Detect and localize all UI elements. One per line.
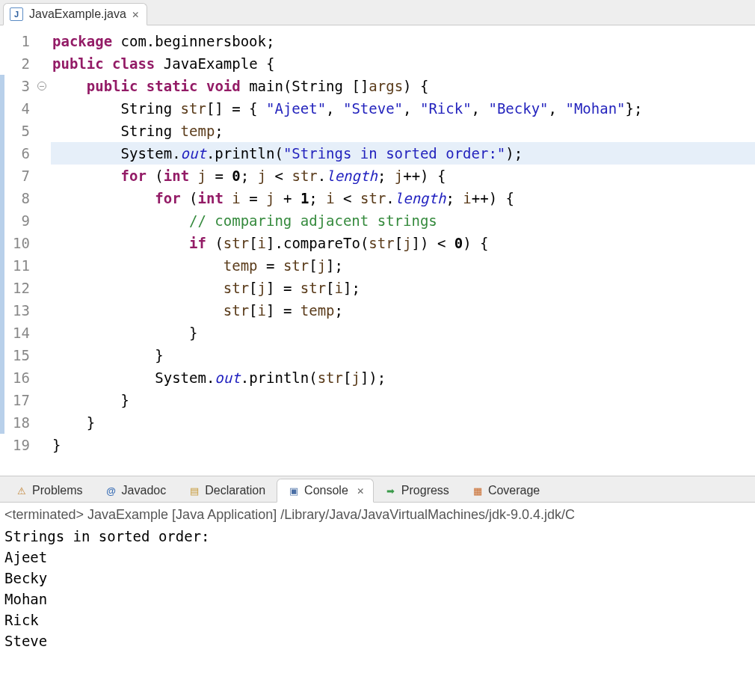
- code-line[interactable]: for (int i = j + 1; i < str.length; i++)…: [51, 187, 755, 209]
- code-line[interactable]: if (str[i].compareTo(str[j]) < 0) {: [51, 232, 755, 254]
- close-icon[interactable]: ✕: [357, 484, 363, 497]
- editor-tab-bar: J JavaExample.java ✕: [0, 0, 755, 25]
- line-number: 15: [4, 344, 30, 366]
- line-number: 1: [4, 30, 30, 52]
- tab-label: Declaration: [205, 484, 265, 497]
- change-marker: [0, 120, 4, 142]
- line-number: 3: [4, 75, 30, 97]
- tab-declaration[interactable]: ▤Declaration: [177, 479, 277, 503]
- tab-label: Javadoc: [122, 484, 167, 497]
- code-line[interactable]: System.out.println("Strings in sorted or…: [51, 142, 755, 165]
- code-line[interactable]: // comparing adjacent strings: [51, 209, 755, 232]
- problems-icon: ⚠: [16, 485, 28, 497]
- tab-problems[interactable]: ⚠Problems: [4, 479, 94, 503]
- change-marker: [0, 97, 4, 120]
- code-area[interactable]: package com.beginnersbook;public class J…: [51, 30, 755, 456]
- change-marker: [0, 254, 4, 277]
- console-status-line: <terminated> JavaExample [Java Applicati…: [0, 503, 755, 524]
- fold-toggle-icon[interactable]: [37, 82, 46, 90]
- console-output: Strings in sorted order: Ajeet Becky Moh…: [0, 524, 755, 653]
- line-number: 16: [4, 366, 30, 389]
- declaration-icon: ▤: [188, 485, 200, 497]
- code-line[interactable]: }: [51, 344, 755, 366]
- change-marker: [0, 277, 4, 299]
- editor-tab-label: JavaExample.java: [29, 7, 126, 21]
- close-icon[interactable]: ✕: [132, 7, 138, 21]
- code-line[interactable]: }: [51, 322, 755, 344]
- code-line[interactable]: str[j] = str[i];: [51, 277, 755, 299]
- panel-tab-bar: ⚠Problems@Javadoc▤Declaration▣Console✕➡P…: [0, 476, 755, 503]
- line-number: 4: [4, 97, 30, 120]
- line-number: 11: [4, 254, 30, 277]
- line-number: 12: [4, 277, 30, 299]
- change-marker: [0, 366, 4, 389]
- code-line[interactable]: for (int j = 0; j < str.length; j++) {: [51, 165, 755, 187]
- fold-column: [37, 30, 51, 456]
- line-number: 5: [4, 120, 30, 142]
- code-line[interactable]: str[i] = temp;: [51, 299, 755, 322]
- line-number: 8: [4, 187, 30, 209]
- code-line[interactable]: temp = str[j];: [51, 254, 755, 277]
- tab-label: Coverage: [488, 484, 540, 497]
- coverage-icon: ▦: [472, 485, 484, 497]
- tab-label: Problems: [32, 484, 83, 497]
- line-number: 13: [4, 299, 30, 322]
- java-file-icon: J: [10, 7, 23, 21]
- change-marker: [0, 165, 4, 187]
- line-number: 17: [4, 389, 30, 411]
- code-line[interactable]: }: [51, 411, 755, 434]
- line-number: 18: [4, 411, 30, 434]
- code-line[interactable]: public class JavaExample {: [51, 52, 755, 75]
- code-line[interactable]: }: [51, 434, 755, 456]
- code-line[interactable]: String str[] = { "Ajeet", "Steve", "Rick…: [51, 97, 755, 120]
- line-number: 19: [4, 434, 30, 456]
- change-marker: [0, 142, 4, 165]
- line-number: 7: [4, 165, 30, 187]
- line-number: 9: [4, 209, 30, 232]
- line-number: 2: [4, 52, 30, 75]
- line-number: 10: [4, 232, 30, 254]
- progress-icon: ➡: [385, 485, 397, 497]
- tab-progress[interactable]: ➡Progress: [374, 479, 460, 503]
- line-number: 14: [4, 322, 30, 344]
- change-marker: [0, 322, 4, 344]
- change-marker: [0, 209, 4, 232]
- change-marker: [0, 187, 4, 209]
- line-number: 6: [4, 142, 30, 165]
- change-marker: [0, 411, 4, 434]
- code-line[interactable]: package com.beginnersbook;: [51, 30, 755, 52]
- change-marker: [0, 75, 4, 97]
- tab-javadoc[interactable]: @Javadoc: [94, 479, 178, 503]
- code-line[interactable]: System.out.println(str[j]);: [51, 366, 755, 389]
- tab-label: Console: [304, 484, 348, 497]
- console-icon: ▣: [288, 485, 300, 497]
- code-line[interactable]: public static void main(String []args) {: [51, 75, 755, 97]
- javadoc-icon: @: [105, 485, 117, 497]
- change-marker: [0, 232, 4, 254]
- code-line[interactable]: }: [51, 389, 755, 411]
- tab-console[interactable]: ▣Console✕: [277, 479, 374, 503]
- change-marker: [0, 389, 4, 411]
- tab-label: Progress: [401, 484, 449, 497]
- code-editor[interactable]: 12345678910111213141516171819 package co…: [0, 25, 755, 456]
- tab-coverage[interactable]: ▦Coverage: [460, 479, 551, 503]
- editor-tab-javaexample[interactable]: J JavaExample.java ✕: [3, 3, 147, 25]
- line-number-gutter: 12345678910111213141516171819: [0, 30, 37, 456]
- change-marker: [0, 299, 4, 322]
- code-line[interactable]: String temp;: [51, 120, 755, 142]
- change-marker: [0, 344, 4, 366]
